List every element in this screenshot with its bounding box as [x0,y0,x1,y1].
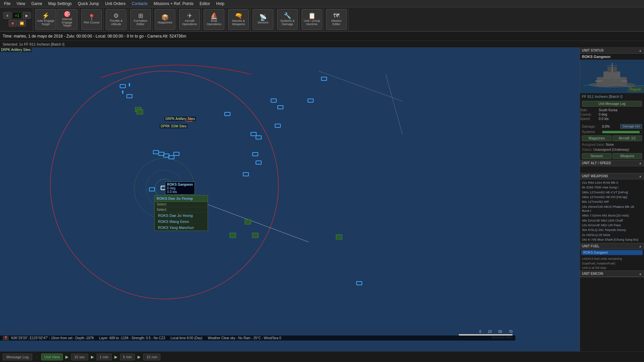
fuel-remaining: 14333.0 fuel units remaining [582,256,642,261]
pause-button[interactable]: ⏸ [3,12,11,19]
doctrine-button[interactable]: 📋 Unit / Group Doctrine [302,9,322,30]
sensors-label: Sensors [257,21,268,24]
map-area[interactable]: ⬆ ⬆ DRPK Artillery Sites DRPK Artillery … [0,48,580,351]
weapons-list: 21x RIM-116A RAM Blk 0 8x SSM-700K Hae S… [580,179,644,243]
aircraft-panel-btn[interactable]: Aircraft: 1/1 [612,135,642,141]
menu-game[interactable]: Game [29,1,45,7]
time-step-2[interactable]: 5 min [120,354,135,360]
weather-text: Weather Clear sky - No Rain - 25°C - Win… [208,336,281,340]
assigned-value: None [606,143,614,146]
play-button[interactable]: ▶ [23,12,31,19]
mission-button[interactable]: 🗺 Mission Editor [326,9,347,30]
weapon-5: 15x 20mm/100 Mk15 Phalanx Blk 1B Burst I [582,204,642,214]
playback-controls: ⏸ ×1 ▶ ⏺ ⏩ [1,8,33,31]
play-icon-15min[interactable]: ▶ [138,355,141,359]
mounts-button[interactable]: 🔫 Mounts & Weapons [228,9,249,30]
unit-alt-speed-section: UNIT ALT / SPEED ▲ [580,160,644,173]
unit-fuel-header: UNIT FUEL ▲ [580,243,644,249]
unit-alt-speed-header: UNIT ALT / SPEED ▲ [580,160,644,166]
play-icon-1min[interactable]: ▶ [91,355,94,359]
sensors-panel-btn[interactable]: Sensors [582,153,611,159]
menu-view[interactable]: View [14,1,28,7]
side-value: South Korea [599,108,644,112]
throttle-button[interactable]: ⚙ Throttle & Altitude [106,9,126,30]
doctrine-icon: 📋 [308,13,316,19]
speed-multiplier: ×1 [12,12,22,19]
course-label: Course: [580,113,599,116]
menu-quick-jump[interactable]: Quick Jump [75,1,102,7]
plot-course-button[interactable]: 📍 Plot Course [81,9,102,30]
context-menu-header: ROKS Dae Jo-Yeong [155,195,208,202]
unit-weapons-section: UNIT WEAPONS ▲ 21x RIM-116A RAM Blk 0 8x… [580,173,644,243]
systems-icon: 🔧 [284,13,291,19]
aircraft-button[interactable]: ✈ Aircraft Operations [179,9,200,30]
menu-help[interactable]: Help [213,1,227,7]
course-row: Course: 0 deg [580,113,644,116]
coord-position: 📍 N36°29'33", E125°02'47" - 16nm from se… [3,336,94,340]
play-icon-bottom[interactable]: ▶ [65,355,68,359]
main-area: ⬆ ⬆ DRPK Artillery Sites DRPK Artillery … [0,48,644,351]
svg-rect-42 [603,71,620,79]
menu-contacts[interactable]: Contacts [129,1,150,7]
damage-ctrl-button[interactable]: Damage Ctrl [620,124,642,129]
map-svg: ⬆ ⬆ [0,48,580,351]
weapon-6: 480x 7.62mm MG Burst [20 mds] [582,213,642,218]
local-time-text: Local time 8:00 (Day) [170,336,202,340]
menu-missions[interactable]: Missions + Ref. Points [151,1,196,7]
time-step-0[interactable]: 15 sec [71,354,88,360]
menu-unit-orders[interactable]: Unit Orders [102,1,128,7]
record-button[interactable]: ⏺ [9,20,17,26]
unit-weapons-collapse[interactable]: ▲ [639,174,642,178]
ctx-item-1[interactable]: ROKS Wang Geon [155,219,208,225]
unit-emcon-collapse[interactable]: ▲ [639,272,642,276]
auto-engage-button[interactable]: ⚡ Auto Engage Target [35,9,56,30]
scale-23: 23 [488,330,492,334]
damage-label: Damage: [582,125,601,128]
unit-fuel-collapse[interactable]: ▲ [639,244,642,248]
magazines-button[interactable]: 📦 Magazines [155,9,175,30]
menu-file[interactable]: File [1,1,13,7]
svg-rect-23 [253,153,258,156]
unit-fuel-title: UNIT FUEL [582,244,599,248]
ctx-item-2[interactable]: ROKS Yang Manchun [155,225,208,231]
formation-button[interactable]: ⊞ Formation Editor [130,9,151,30]
fast-forward-button[interactable]: ⏩ [18,20,26,26]
svg-rect-24 [256,161,261,164]
time-step-3[interactable]: 15 min [143,354,160,360]
svg-rect-7 [153,150,159,154]
magazines-label: Magazines [158,21,172,24]
unit-message-log-btn[interactable]: Unit Message Log [582,101,642,107]
time-step-1[interactable]: 1 min [97,354,112,360]
weapons-panel-btn[interactable]: Weapons [612,153,642,159]
systems-row: Systems: [580,129,644,134]
magazines-group: 📦 Magazines [153,8,177,31]
svg-text:⬆: ⬆ [121,89,125,95]
weapon-8: 12x DAGAIE Mk2 LIR Flare [582,223,642,228]
svg-rect-11 [174,152,179,156]
fuel-status: Unit is at full stop [582,265,642,270]
boat-button[interactable]: ⛵ Boat Operations [204,9,224,30]
magazines-panel-btn[interactable]: Magazines [582,135,611,141]
unit-status-collapse[interactable]: ▲ [639,49,642,52]
ctx-item-0[interactable]: ROKS Dae Jo-Yeong [155,213,208,219]
ff-link[interactable]: FF 811 Incheon [Batch I] [582,95,642,99]
unit-status-title: UNIT STATUS [582,49,604,52]
throttle-group: ⚙ Throttle & Altitude [104,8,128,31]
mission-icon: 🗺 [333,13,339,19]
speed-value: 0.0 kts [599,117,644,121]
speed-row: Speed: 0.0 kts [580,117,644,121]
unit-view-button[interactable]: Unit View [41,354,63,360]
unit-tooltip: ROKS Gangwon 0 deg 0.0 kts [165,182,195,195]
systems-button[interactable]: 🔧 Systems & Damage [277,9,298,30]
boat-label: Boat Operations [205,19,223,26]
sensors-button[interactable]: 📡 Sensors [253,9,273,30]
unit-status-header: UNIT STATUS ▲ [580,48,644,54]
message-log-button[interactable]: Message Log [3,354,32,360]
unit-alt-speed-collapse[interactable]: ▲ [639,161,642,165]
play-icon-5min[interactable]: ▶ [114,355,117,359]
coord-text: N36°29'33", E125°02'47" - 16nm from sel … [11,336,94,340]
manual-engage-button[interactable]: 🎯 Manual Engage Target [57,9,77,30]
menu-map-settings[interactable]: Map Settings [46,1,74,7]
mission-label: Mission Editor [327,19,346,26]
menu-editor[interactable]: Editor [197,1,213,7]
